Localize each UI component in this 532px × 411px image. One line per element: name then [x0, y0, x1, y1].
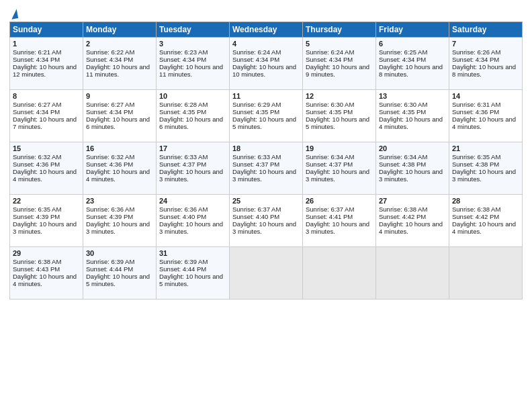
sunset-label: Sunset: 4:39 PM: [13, 213, 60, 220]
sunrise-label: Sunrise: 6:38 AM: [452, 205, 500, 213]
calendar-cell: 11Sunrise: 6:29 AMSunset: 4:35 PMDayligh…: [230, 90, 303, 142]
sunset-label: Sunset: 4:36 PM: [86, 161, 133, 168]
daylight-label: Daylight: 10 hours and 8 minutes.: [379, 63, 443, 78]
daylight-label: Daylight: 10 hours and 3 minutes.: [159, 220, 223, 235]
daylight-label: Daylight: 10 hours and 4 minutes.: [452, 116, 516, 130]
day-number: 3: [159, 40, 226, 48]
sunrise-label: Sunrise: 6:30 AM: [306, 101, 354, 108]
sunset-label: Sunset: 4:38 PM: [379, 161, 426, 168]
sunrise-label: Sunrise: 6:30 AM: [379, 101, 427, 108]
calendar-week-row: 29Sunrise: 6:38 AMSunset: 4:43 PMDayligh…: [10, 247, 523, 300]
daylight-label: Daylight: 10 hours and 5 minutes.: [232, 116, 296, 130]
sunrise-label: Sunrise: 6:38 AM: [13, 258, 61, 265]
calendar-cell: [303, 247, 376, 300]
day-number: 2: [86, 40, 153, 48]
daylight-label: Daylight: 10 hours and 4 minutes.: [452, 220, 516, 235]
day-number: 15: [13, 144, 80, 152]
sunrise-label: Sunrise: 6:28 AM: [159, 101, 208, 108]
sunrise-label: Sunrise: 6:26 AM: [452, 48, 500, 56]
calendar-cell: 14Sunrise: 6:31 AMSunset: 4:36 PMDayligh…: [449, 90, 523, 142]
day-number: 22: [13, 197, 80, 205]
sunset-label: Sunset: 4:34 PM: [86, 108, 133, 116]
sunrise-label: Sunrise: 6:34 AM: [379, 153, 427, 161]
header: [9, 7, 523, 19]
daylight-label: Daylight: 10 hours and 4 minutes.: [379, 116, 443, 130]
sunrise-label: Sunrise: 6:32 AM: [13, 153, 61, 161]
daylight-label: Daylight: 10 hours and 3 minutes.: [13, 220, 77, 235]
logo: [9, 9, 17, 19]
day-number: 21: [452, 144, 519, 152]
calendar-cell: 3Sunrise: 6:23 AMSunset: 4:34 PMDaylight…: [157, 38, 230, 90]
calendar-cell: 5Sunrise: 6:24 AMSunset: 4:34 PMDaylight…: [303, 38, 376, 90]
calendar-cell: 28Sunrise: 6:38 AMSunset: 4:42 PMDayligh…: [449, 195, 523, 247]
sunset-label: Sunset: 4:40 PM: [159, 213, 206, 220]
daylight-label: Daylight: 10 hours and 10 minutes.: [232, 63, 296, 78]
calendar-cell: 6Sunrise: 6:25 AMSunset: 4:34 PMDaylight…: [376, 38, 449, 90]
sunrise-label: Sunrise: 6:35 AM: [452, 153, 500, 161]
calendar-cell: 7Sunrise: 6:26 AMSunset: 4:34 PMDaylight…: [449, 38, 523, 90]
sunset-label: Sunset: 4:35 PM: [379, 108, 426, 116]
calendar-table: SundayMondayTuesdayWednesdayThursdayFrid…: [9, 21, 523, 300]
sunset-label: Sunset: 4:44 PM: [159, 265, 206, 273]
calendar-cell: [376, 247, 449, 300]
calendar-cell: 27Sunrise: 6:38 AMSunset: 4:42 PMDayligh…: [376, 195, 449, 247]
calendar-cell: 12Sunrise: 6:30 AMSunset: 4:35 PMDayligh…: [303, 90, 376, 142]
calendar-cell: 31Sunrise: 6:39 AMSunset: 4:44 PMDayligh…: [157, 247, 230, 300]
day-number: 28: [452, 197, 519, 205]
sunrise-label: Sunrise: 6:29 AM: [232, 101, 281, 108]
day-number: 17: [159, 144, 226, 152]
calendar-cell: 10Sunrise: 6:28 AMSunset: 4:35 PMDayligh…: [157, 90, 230, 142]
sunrise-label: Sunrise: 6:38 AM: [379, 205, 427, 213]
daylight-label: Daylight: 10 hours and 3 minutes.: [232, 220, 296, 235]
day-number: 14: [452, 92, 519, 100]
daylight-label: Daylight: 10 hours and 7 minutes.: [13, 116, 77, 130]
sunset-label: Sunset: 4:42 PM: [379, 213, 426, 220]
calendar-header-sunday: Sunday: [10, 22, 83, 38]
daylight-label: Daylight: 10 hours and 12 minutes.: [13, 63, 77, 78]
sunrise-label: Sunrise: 6:32 AM: [86, 153, 134, 161]
sunrise-label: Sunrise: 6:34 AM: [306, 153, 354, 161]
day-number: 5: [306, 40, 373, 48]
day-number: 29: [13, 249, 80, 257]
calendar-cell: 22Sunrise: 6:35 AMSunset: 4:39 PMDayligh…: [10, 195, 83, 247]
sunrise-label: Sunrise: 6:22 AM: [86, 48, 134, 56]
sunset-label: Sunset: 4:37 PM: [306, 161, 353, 168]
day-number: 25: [232, 197, 300, 205]
sunrise-label: Sunrise: 6:36 AM: [86, 205, 134, 213]
calendar-cell: 20Sunrise: 6:34 AMSunset: 4:38 PMDayligh…: [376, 142, 449, 195]
sunrise-label: Sunrise: 6:24 AM: [306, 48, 354, 56]
calendar-cell: 29Sunrise: 6:38 AMSunset: 4:43 PMDayligh…: [10, 247, 83, 300]
day-number: 9: [86, 92, 153, 100]
day-number: 11: [232, 92, 300, 100]
logo-arrow-icon: [10, 9, 18, 19]
daylight-label: Daylight: 10 hours and 3 minutes.: [159, 168, 223, 183]
calendar-cell: 24Sunrise: 6:36 AMSunset: 4:40 PMDayligh…: [157, 195, 230, 247]
sunset-label: Sunset: 4:34 PM: [13, 56, 60, 63]
sunset-label: Sunset: 4:37 PM: [159, 161, 206, 168]
sunset-label: Sunset: 4:35 PM: [306, 108, 353, 116]
day-number: 13: [379, 92, 446, 100]
sunset-label: Sunset: 4:35 PM: [159, 108, 206, 116]
sunrise-label: Sunrise: 6:33 AM: [159, 153, 208, 161]
daylight-label: Daylight: 10 hours and 11 minutes.: [159, 63, 223, 78]
calendar-cell: 8Sunrise: 6:27 AMSunset: 4:34 PMDaylight…: [10, 90, 83, 142]
day-number: 19: [306, 144, 373, 152]
daylight-label: Daylight: 10 hours and 3 minutes.: [86, 220, 150, 235]
calendar-cell: 16Sunrise: 6:32 AMSunset: 4:36 PMDayligh…: [83, 142, 157, 195]
daylight-label: Daylight: 10 hours and 3 minutes.: [452, 168, 516, 183]
sunset-label: Sunset: 4:36 PM: [13, 161, 60, 168]
sunrise-label: Sunrise: 6:36 AM: [159, 205, 208, 213]
sunset-label: Sunset: 4:34 PM: [159, 56, 206, 63]
sunrise-label: Sunrise: 6:27 AM: [86, 101, 134, 108]
sunset-label: Sunset: 4:34 PM: [306, 56, 353, 63]
calendar-cell: 4Sunrise: 6:24 AMSunset: 4:34 PMDaylight…: [230, 38, 303, 90]
calendar-cell: [449, 247, 523, 300]
sunset-label: Sunset: 4:34 PM: [232, 56, 279, 63]
calendar-cell: 15Sunrise: 6:32 AMSunset: 4:36 PMDayligh…: [10, 142, 83, 195]
sunset-label: Sunset: 4:39 PM: [86, 213, 133, 220]
calendar-cell: 19Sunrise: 6:34 AMSunset: 4:37 PMDayligh…: [303, 142, 376, 195]
day-number: 8: [13, 92, 80, 100]
calendar-cell: 23Sunrise: 6:36 AMSunset: 4:39 PMDayligh…: [83, 195, 157, 247]
daylight-label: Daylight: 10 hours and 4 minutes.: [13, 273, 77, 287]
sunrise-label: Sunrise: 6:23 AM: [159, 48, 208, 56]
